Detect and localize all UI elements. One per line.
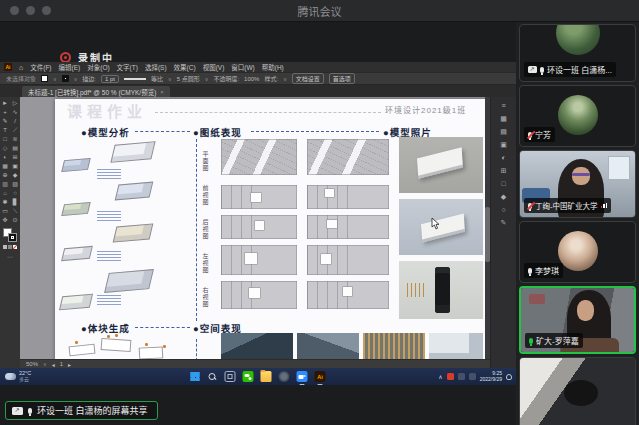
file-explorer-icon[interactable] — [261, 371, 272, 382]
participant-name: 丁绚-中国矿业大学 — [535, 200, 598, 211]
direct-selection-tool[interactable]: ▷ — [13, 99, 18, 107]
slice-tool[interactable]: ⟍ — [13, 207, 17, 215]
zoom-level[interactable]: 50% — [26, 361, 38, 367]
task-view-icon[interactable] — [225, 371, 236, 382]
menu-type[interactable]: 文字(T) — [117, 62, 138, 72]
artboards-panel-icon[interactable]: ▤ — [500, 128, 507, 135]
stroke-panel-icon[interactable]: □ — [501, 180, 505, 187]
magic-wand-tool[interactable]: + — [3, 108, 7, 116]
more-tools-icon[interactable]: ⋯ — [7, 253, 13, 260]
swatches-panel-icon[interactable]: ◐ — [501, 154, 505, 161]
illustrator-taskbar-icon[interactable]: Ai — [315, 371, 326, 382]
menu-edit[interactable]: 编辑(E) — [59, 62, 81, 72]
fill-stroke-control[interactable] — [3, 228, 17, 242]
menu-select[interactable]: 选择(S) — [145, 62, 167, 72]
stroke-width-field[interactable]: 1 pt — [101, 75, 119, 83]
chevron-down-icon: ∨ — [168, 76, 172, 82]
comments-panel-icon[interactable]: ✎ — [501, 219, 507, 226]
layers-panel-icon[interactable]: ▦ — [500, 115, 507, 122]
participant-tile[interactable]: 宁芳 — [519, 85, 636, 147]
artboard-nav-next-icon[interactable]: ▸ — [68, 361, 71, 368]
curvature-tool[interactable]: / — [14, 117, 16, 125]
volume-icon[interactable] — [469, 373, 476, 380]
free-transform-tool[interactable]: ▣ — [12, 162, 18, 170]
tray-app-icon[interactable] — [447, 373, 454, 380]
face — [572, 167, 590, 185]
menu-window[interactable]: 窗口(W) — [231, 62, 254, 72]
tencent-meeting-icon[interactable] — [297, 371, 308, 382]
artboard-nav-prev-icon[interactable]: ◂ — [52, 361, 55, 368]
settings-icon[interactable] — [279, 371, 290, 382]
close-tab-icon[interactable]: × — [160, 89, 164, 95]
lasso-tool[interactable]: ∿ — [12, 108, 17, 116]
sketch-box — [139, 346, 164, 359]
gradient-tool[interactable]: ▨ — [12, 180, 18, 188]
zoom-tool[interactable]: ⊙ — [12, 216, 17, 224]
rectangle-tool[interactable]: □ — [3, 135, 7, 143]
taskbar-clock[interactable]: 9:25 2022/9/29 — [480, 371, 502, 382]
eyedropper-tool[interactable]: ⌂ — [3, 189, 7, 197]
wechat-icon[interactable] — [243, 371, 254, 382]
stroke-box[interactable] — [8, 233, 17, 242]
participant-tile[interactable]: 环设一班 白潇杨... — [519, 24, 636, 82]
participant-tile[interactable]: 李梦琪 — [519, 221, 636, 283]
export-panel-icon[interactable]: ○ — [501, 206, 505, 213]
perspective-tool[interactable]: ◆ — [13, 171, 18, 179]
pen-tool[interactable]: ✎ — [2, 117, 7, 125]
participant-tile[interactable] — [519, 357, 636, 425]
status-bar: 50% ∨ ◂ 1 ▸ — [20, 359, 490, 368]
section-mass: ●体块生成 — [81, 321, 130, 335]
appearance-panel-icon[interactable]: ◆ — [501, 193, 506, 200]
gradient-panel-icon[interactable]: ⊞ — [501, 167, 507, 174]
eraser-tool[interactable]: ▤ — [12, 144, 18, 152]
selection-tool[interactable]: ► — [2, 99, 8, 107]
menu-object[interactable]: 对象(O) — [87, 62, 109, 72]
blend-tool[interactable]: ○ — [13, 189, 17, 197]
symbol-tool[interactable]: ✱ — [2, 198, 7, 206]
start-button[interactable] — [191, 372, 200, 381]
fill-swatch[interactable] — [41, 75, 48, 82]
color-mode-row[interactable] — [3, 245, 17, 249]
hand-tool[interactable]: ✥ — [2, 216, 7, 224]
search-icon[interactable] — [207, 371, 218, 382]
rotate-tool[interactable]: ◐ — [3, 153, 7, 161]
tray-expand-icon[interactable]: ∧ — [438, 373, 442, 380]
site-plan-drawing — [307, 139, 389, 175]
preferences-button[interactable]: 首选项 — [329, 73, 355, 84]
stroke-swatch[interactable] — [62, 75, 69, 82]
avatar — [558, 95, 598, 135]
menu-help[interactable]: 帮助(H) — [262, 62, 284, 72]
mesh-tool[interactable]: ▥ — [2, 180, 8, 188]
screen-share-banner[interactable]: 环设一班 白潇杨的屏幕共享 — [5, 401, 158, 420]
width-profile-dropdown[interactable]: 等比 — [151, 74, 163, 83]
menu-effect[interactable]: 效果(C) — [174, 62, 196, 72]
opacity-value[interactable]: 100% — [244, 76, 259, 82]
network-icon[interactable] — [458, 373, 465, 380]
shape-builder-tool[interactable]: ⊕ — [2, 171, 7, 179]
document-tab[interactable]: 未标题-1 [已转换].pdf* @ 50 % (CMYK/预览) × — [22, 86, 170, 97]
graph-tool[interactable]: ▊ — [13, 198, 18, 206]
weather-widget[interactable]: 22°C 多云 — [5, 371, 31, 382]
type-tool[interactable]: T — [3, 126, 7, 134]
brush-dropdown[interactable]: 5 点圆形 — [177, 74, 200, 83]
line-tool[interactable]: ⟋ — [13, 126, 17, 134]
menu-view[interactable]: 视图(V) — [203, 62, 225, 72]
document-setup-button[interactable]: 文档设置 — [292, 73, 324, 84]
vertical-scrollbar[interactable] — [485, 97, 490, 368]
menu-file[interactable]: 文件(F) — [30, 62, 51, 72]
chevron-down-icon: ∨ — [283, 76, 287, 82]
width-tool[interactable]: ▦ — [2, 162, 8, 170]
participant-tile-active-speaker[interactable]: 矿大-罗萍嘉 — [519, 286, 636, 354]
paintbrush-tool[interactable]: ≋ — [12, 135, 17, 143]
notification-bell-icon[interactable] — [506, 374, 512, 380]
artboard-tool[interactable]: ▭ — [2, 207, 8, 215]
home-icon[interactable]: ⌂ — [19, 64, 23, 71]
sketch-box — [101, 338, 132, 352]
scale-tool[interactable]: ⊞ — [12, 153, 17, 161]
artboard-number[interactable]: 1 — [60, 361, 63, 367]
participant-tile[interactable]: 丁绚-中国矿业大学 — [519, 150, 636, 218]
shaper-tool[interactable]: ◇ — [3, 144, 8, 152]
color-panel-icon[interactable]: ▣ — [500, 141, 507, 148]
canvas[interactable]: 课程作业 环境设计2021级1班 ●模型分析 ●图纸表现 ●模型照片 平面图 前… — [20, 97, 490, 368]
properties-panel-icon[interactable]: ≡ — [501, 102, 505, 109]
